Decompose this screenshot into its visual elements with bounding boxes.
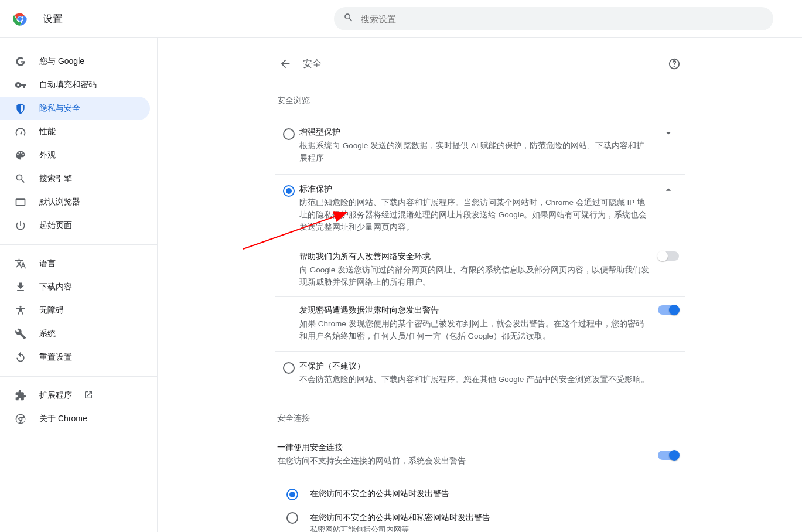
chrome-outline-icon	[15, 413, 26, 425]
radio-label: 在您访问不安全的公共网站和私密网站时发出警告	[310, 513, 490, 523]
external-link-icon	[84, 390, 93, 401]
secure-radio-public-private[interactable]: 在您访问不安全的公共网站和私密网站时发出警告 私密网站可能包括公司内网等	[286, 506, 685, 532]
content-area: 安全 安全浏览 增强型保护 根据系统向 Google 发送的浏览数据，实时提供 …	[157, 38, 802, 532]
sidebar-item-extensions[interactable]: 扩展程序	[0, 384, 150, 407]
page-title: 设置	[43, 12, 63, 26]
sub-desc: 向 Google 发送您访问过的部分网页的网址、有限的系统信息以及部分网页内容，…	[299, 264, 650, 289]
sidebar-item-label: 关于 Chrome	[39, 414, 87, 424]
chrome-logo-icon	[12, 11, 28, 27]
palette-icon	[15, 149, 26, 161]
sidebar-item-label: 隐私与安全	[39, 103, 80, 114]
sidebar-item-about-chrome[interactable]: 关于 Chrome	[0, 407, 150, 431]
toggle-password-breach[interactable]	[658, 305, 679, 315]
sidebar-item-search-engine[interactable]: 搜索引擎	[0, 167, 150, 190]
sub-option-help-improve: 帮助我们为所有人改善网络安全环境 向 Google 发送您访问过的部分网页的网址…	[275, 243, 685, 298]
sidebar-item-system[interactable]: 系统	[0, 322, 150, 346]
sub-desc: 如果 Chrome 发现您使用的某个密码已被发布到网上，就会发出警告。在这个过程…	[299, 318, 650, 343]
sub-title: 发现密码遭遇数据泄露时向您发出警告	[299, 305, 650, 316]
sidebar-item-languages[interactable]: 语言	[0, 252, 150, 275]
sidebar-item-you-and-google[interactable]: 您与 Google	[0, 50, 150, 73]
extension-icon	[15, 390, 26, 401]
toggle-always-https[interactable]	[658, 451, 679, 460]
content-page-title: 安全	[303, 58, 664, 70]
sub-title: 帮助我们为所有人改善网络安全环境	[299, 251, 650, 262]
secure-radio-public[interactable]: 在您访问不安全的公共网站时发出警告	[286, 483, 685, 506]
option-desc: 根据系统向 Google 发送的浏览数据，实时提供 AI 赋能的保护，防范危险的…	[299, 140, 650, 165]
reset-icon	[15, 352, 26, 363]
radio-label: 在您访问不安全的公共网站时发出警告	[310, 489, 449, 499]
sidebar-item-label: 默认浏览器	[39, 197, 80, 207]
download-icon	[15, 281, 26, 293]
sidebar-item-label: 系统	[39, 329, 56, 339]
power-icon	[15, 220, 26, 231]
radio-warn-public-private[interactable]	[286, 512, 298, 524]
search-input[interactable]	[361, 14, 764, 24]
speedometer-icon	[15, 126, 26, 138]
option-standard-protection[interactable]: 标准保护 防范已知危险的网站、下载内容和扩展程序。当您访问某个网站时，Chrom…	[275, 175, 685, 243]
secure-desc: 在您访问不支持安全连接的网站前，系统会发出警告	[277, 455, 656, 468]
sidebar-item-label: 自动填充和密码	[39, 80, 97, 90]
key-icon	[15, 79, 26, 91]
collapse-button[interactable]	[656, 184, 681, 196]
divider	[0, 376, 157, 377]
option-title: 不保护（不建议）	[299, 361, 675, 371]
radio-sub-label: 私密网站可能包括公司内网等	[310, 525, 409, 532]
sidebar-item-label: 下载内容	[39, 282, 72, 292]
sidebar-item-label: 无障碍	[39, 305, 64, 316]
secure-title: 一律使用安全连接	[277, 442, 656, 453]
wrench-icon	[15, 328, 26, 340]
svg-point-3	[18, 17, 22, 21]
sidebar-item-label: 性能	[39, 127, 56, 137]
option-title: 增强型保护	[299, 127, 650, 138]
option-desc: 不会防范危险的网站、下载内容和扩展程序。您在其他 Google 产品中的安全浏览…	[299, 374, 675, 386]
sidebar-item-accessibility[interactable]: 无障碍	[0, 299, 150, 322]
option-title: 标准保护	[299, 184, 650, 195]
toggle-help-improve[interactable]	[658, 251, 679, 261]
radio-standard[interactable]	[283, 185, 295, 197]
sidebar-item-on-startup[interactable]: 起始页面	[0, 214, 150, 237]
sidebar-item-label: 语言	[39, 258, 56, 269]
sidebar-item-autofill[interactable]: 自动填充和密码	[0, 73, 150, 97]
sidebar-item-privacy-security[interactable]: 隐私与安全	[0, 97, 150, 120]
sidebar-item-label: 起始页面	[39, 220, 72, 231]
sidebar-item-label: 扩展程序	[39, 390, 72, 401]
browser-icon	[15, 196, 26, 208]
help-button[interactable]	[664, 53, 685, 74]
translate-icon	[15, 258, 26, 270]
section-title-secure-connection: 安全连接	[277, 413, 685, 424]
sidebar-item-label: 您与 Google	[39, 56, 84, 67]
option-enhanced-protection[interactable]: 增强型保护 根据系统向 Google 发送的浏览数据，实时提供 AI 赋能的保护…	[275, 118, 685, 175]
sidebar: 您与 Google 自动填充和密码 隐私与安全 性能 外观 搜索引擎 默认浏览器	[0, 38, 157, 532]
section-title-safe-browsing: 安全浏览	[277, 96, 685, 106]
back-button[interactable]	[275, 53, 296, 74]
sidebar-item-appearance[interactable]: 外观	[0, 144, 150, 167]
shield-icon	[15, 103, 26, 114]
divider	[0, 244, 157, 245]
sub-option-password-breach: 发现密码遭遇数据泄露时向您发出警告 如果 Chrome 发现您使用的某个密码已被…	[275, 297, 685, 352]
content-header: 安全	[275, 50, 685, 78]
sidebar-item-label: 外观	[39, 150, 56, 161]
sidebar-item-performance[interactable]: 性能	[0, 120, 150, 144]
accessibility-icon	[15, 305, 26, 316]
radio-no-protection[interactable]	[283, 362, 295, 374]
sidebar-item-default-browser[interactable]: 默认浏览器	[0, 190, 150, 214]
sidebar-item-reset[interactable]: 重置设置	[0, 346, 150, 369]
search-box[interactable]	[334, 7, 773, 30]
sidebar-item-downloads[interactable]: 下载内容	[0, 275, 150, 299]
option-desc: 防范已知危险的网站、下载内容和扩展程序。当您访问某个网站时，Chrome 会通过…	[299, 197, 650, 234]
header: 设置	[0, 0, 802, 38]
radio-enhanced[interactable]	[283, 128, 295, 140]
google-g-icon	[15, 56, 26, 67]
svg-point-5	[674, 66, 675, 67]
sidebar-item-label: 搜索引擎	[39, 173, 72, 184]
expand-button[interactable]	[656, 127, 681, 139]
search-icon	[343, 12, 354, 25]
radio-warn-public[interactable]	[286, 489, 298, 500]
search-icon	[15, 173, 26, 185]
sidebar-item-label: 重置设置	[39, 352, 72, 363]
secure-connection-row: 一律使用安全连接 在您访问不支持安全连接的网站前，系统会发出警告	[275, 435, 685, 471]
option-no-protection[interactable]: 不保护（不建议） 不会防范危险的网站、下载内容和扩展程序。您在其他 Google…	[275, 352, 685, 395]
